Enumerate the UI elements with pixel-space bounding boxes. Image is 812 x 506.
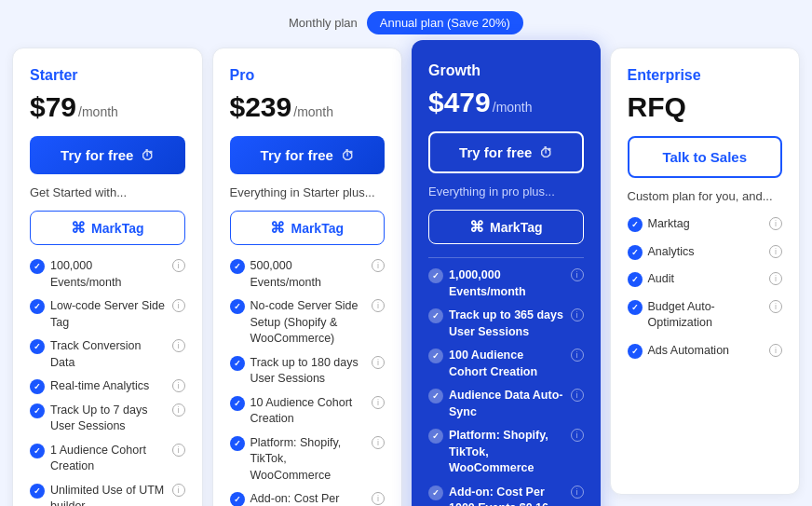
info-icon[interactable]: i bbox=[769, 245, 782, 258]
price-period: /month bbox=[78, 104, 118, 119]
check-icon bbox=[30, 403, 45, 418]
plan-card-growth: Growth$479/monthTry for free ⏱Everything… bbox=[412, 40, 601, 506]
feature-list-pro: 500,000 Events/monthiNo-code Server Side… bbox=[230, 258, 386, 506]
feature-item: 100 Audience Cohort Creationi bbox=[428, 348, 584, 380]
info-icon[interactable]: i bbox=[372, 259, 385, 272]
marktag-label: MarkTag bbox=[490, 220, 543, 235]
check-icon bbox=[428, 268, 443, 283]
info-icon[interactable]: i bbox=[769, 300, 782, 313]
feature-item: Ads Automationi bbox=[628, 341, 783, 362]
info-icon[interactable]: i bbox=[372, 396, 385, 409]
feature-text: Analytics bbox=[648, 244, 695, 261]
info-icon[interactable]: i bbox=[372, 436, 385, 449]
info-icon[interactable]: i bbox=[372, 356, 385, 369]
plan-price-growth: $479/month bbox=[428, 87, 584, 118]
plan-card-pro: Pro$239/monthTry for free ⏱Everything in… bbox=[212, 48, 403, 506]
info-icon[interactable]: i bbox=[172, 484, 185, 497]
plan-name-starter: Starter bbox=[30, 67, 185, 84]
info-icon[interactable]: i bbox=[172, 444, 185, 457]
feature-text: Add-on: Cost Per 1000 Events $0.16 bbox=[449, 485, 565, 507]
info-icon[interactable]: i bbox=[769, 217, 782, 230]
feature-text: Ads Automation bbox=[648, 343, 730, 360]
check-icon bbox=[30, 339, 45, 354]
feature-text: Track Up to 7 days User Sessions bbox=[50, 403, 167, 435]
monthly-option[interactable]: Monthly plan bbox=[289, 16, 358, 30]
check-icon bbox=[428, 308, 443, 323]
check-icon bbox=[30, 484, 45, 499]
info-icon[interactable]: i bbox=[571, 349, 584, 362]
feature-item: Platform: Shopify, TikTok, WooCommercei bbox=[428, 428, 584, 477]
check-icon bbox=[428, 349, 443, 363]
info-icon[interactable]: i bbox=[769, 272, 782, 285]
info-icon[interactable]: i bbox=[571, 389, 584, 402]
check-icon bbox=[230, 436, 245, 451]
feature-item: Auditi bbox=[628, 269, 783, 290]
check-icon bbox=[230, 259, 245, 274]
price-amount: $239 bbox=[230, 91, 292, 123]
info-icon[interactable]: i bbox=[172, 299, 185, 312]
feature-item: Real-time Analyticsi bbox=[30, 378, 185, 395]
feature-item: Platform: Shopify, TikTok, WooCommercei bbox=[230, 435, 386, 485]
feature-list-enterprise: MarktagiAnalyticsiAuditiBudget Auto-Opti… bbox=[628, 214, 783, 361]
info-icon[interactable]: i bbox=[769, 344, 782, 357]
billing-toggle: Monthly plan Annual plan (Save 20%) bbox=[289, 11, 523, 34]
feature-text: Track up to 365 days User Sessions bbox=[449, 308, 565, 340]
plan-price-pro: $239/month bbox=[230, 91, 386, 123]
feature-item: No-code Server Side Setup (Shopify & Woo… bbox=[230, 298, 386, 348]
feature-item: 10 Audience Cohort Creationi bbox=[230, 395, 386, 428]
feature-text: 10 Audience Cohort Creation bbox=[250, 395, 367, 428]
info-icon[interactable]: i bbox=[571, 485, 584, 499]
feature-text: Track Conversion Data bbox=[50, 338, 167, 371]
cta-button-enterprise[interactable]: Talk to Sales bbox=[628, 136, 783, 178]
plan-card-enterprise: EnterpriseRFQTalk to SalesCustom plan fo… bbox=[610, 48, 801, 495]
info-icon[interactable]: i bbox=[372, 492, 385, 505]
info-icon[interactable]: i bbox=[571, 308, 584, 321]
feature-item: 1,000,000 Events/monthi bbox=[428, 267, 584, 300]
feature-item: 100,000 Events/monthi bbox=[30, 258, 185, 291]
check-icon bbox=[230, 492, 245, 506]
feature-list-growth: 1,000,000 Events/monthiTrack up to 365 d… bbox=[428, 267, 584, 506]
check-icon bbox=[428, 429, 443, 444]
feature-item: Low-code Server Side Tagi bbox=[30, 298, 185, 331]
marktag-icon: ⌘ bbox=[270, 219, 285, 237]
plan-price-starter: $79/month bbox=[30, 91, 185, 123]
feature-item: 500,000 Events/monthi bbox=[230, 258, 386, 291]
check-icon bbox=[628, 217, 643, 232]
info-icon[interactable]: i bbox=[172, 339, 185, 352]
feature-item: Add-on: Cost Per 1000 Events $0.16i bbox=[428, 485, 584, 507]
info-icon[interactable]: i bbox=[571, 268, 584, 281]
clock-icon: ⏱ bbox=[539, 145, 552, 160]
marktag-icon: ⌘ bbox=[469, 218, 484, 236]
marktag-icon: ⌘ bbox=[71, 219, 86, 237]
info-icon[interactable]: i bbox=[172, 379, 185, 392]
feature-text: Audit bbox=[648, 271, 675, 288]
feature-text: Budget Auto-Optimization bbox=[648, 299, 765, 332]
cta-button-pro[interactable]: Try for free ⏱ bbox=[230, 136, 386, 174]
check-icon bbox=[628, 245, 643, 260]
plan-name-pro: Pro bbox=[230, 67, 386, 84]
feature-text: Track up to 180 days User Sessions bbox=[250, 355, 367, 388]
info-icon[interactable]: i bbox=[372, 299, 385, 312]
feature-text: Marktag bbox=[648, 216, 690, 233]
plan-card-starter: Starter$79/monthTry for free ⏱Get Starte… bbox=[12, 48, 203, 506]
cta-button-growth[interactable]: Try for free ⏱ bbox=[428, 131, 584, 173]
plans-container: Starter$79/monthTry for free ⏱Get Starte… bbox=[7, 48, 805, 506]
marktag-label: MarkTag bbox=[91, 221, 144, 236]
info-icon[interactable]: i bbox=[571, 429, 584, 442]
price-period: /month bbox=[493, 100, 533, 115]
feature-text: Unlimited Use of UTM builder bbox=[50, 483, 167, 507]
feature-item: Add-on: Cost Per 1000 Events $0.16i bbox=[230, 491, 386, 506]
feature-text: 1 Audience Cohort Creation bbox=[50, 443, 167, 475]
feature-text: Audience Data Auto-Sync bbox=[449, 388, 565, 420]
plan-desc-enterprise: Custom plan for you, and... bbox=[628, 189, 783, 203]
plan-desc-starter: Get Started with... bbox=[30, 185, 185, 199]
info-icon[interactable]: i bbox=[172, 403, 185, 417]
cta-button-starter[interactable]: Try for free ⏱ bbox=[30, 136, 185, 174]
marktag-label: MarkTag bbox=[291, 221, 344, 236]
marktag-badge-growth: ⌘MarkTag bbox=[428, 210, 584, 244]
info-icon[interactable]: i bbox=[172, 259, 185, 272]
check-icon bbox=[428, 485, 443, 500]
clock-icon: ⏱ bbox=[341, 148, 354, 163]
annual-option[interactable]: Annual plan (Save 20%) bbox=[367, 11, 523, 34]
check-icon bbox=[30, 444, 45, 458]
